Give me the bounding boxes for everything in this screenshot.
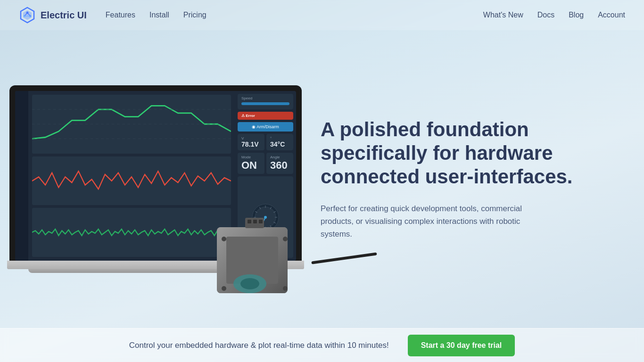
dashboard-sidebar	[15, 91, 28, 261]
nav-install[interactable]: Install	[149, 11, 169, 19]
motor-device	[212, 213, 297, 309]
motor-svg	[212, 213, 297, 307]
stat-temp: ° 34°C	[266, 134, 293, 150]
action-button: ◉ Arm/Disarm	[238, 122, 293, 132]
nav-blog[interactable]: Blog	[569, 11, 584, 19]
logo-text: Electric UI	[41, 10, 87, 21]
svg-point-32	[222, 286, 226, 291]
stat-speed: Speed	[238, 94, 293, 109]
nav-features[interactable]: Features	[106, 11, 135, 19]
nav-primary-links: Features Install Pricing	[106, 11, 206, 19]
hero-title: A polished foundation specifically for h…	[321, 118, 616, 189]
dashboard-main	[28, 91, 235, 261]
stat-mode: Mode ON	[238, 153, 264, 174]
svg-rect-39	[259, 220, 263, 223]
nav-whats-new[interactable]: What's New	[483, 11, 523, 19]
hero-image-area: Speed ⚠ Error ◉ Arm/Disarm	[0, 30, 311, 328]
stat-voltage: V 78.1V	[238, 134, 264, 150]
chart-row-3	[32, 208, 231, 257]
svg-rect-37	[248, 220, 251, 223]
logo-icon	[19, 7, 36, 24]
svg-point-33	[283, 286, 288, 291]
chart-row-2	[32, 156, 231, 206]
nav-pricing[interactable]: Pricing	[183, 11, 206, 19]
svg-point-35	[240, 278, 259, 289]
svg-rect-38	[253, 220, 257, 223]
logo-link[interactable]: Electric UI	[19, 7, 87, 24]
hero-section: Speed ⚠ Error ◉ Arm/Disarm	[0, 30, 644, 328]
stat-angle: Angle 360	[266, 153, 293, 174]
error-badge: ⚠ Error	[238, 112, 293, 120]
trial-button[interactable]: Start a 30 day free trial	[408, 335, 515, 356]
hero-text: A polished foundation specifically for h…	[311, 118, 644, 241]
nav-left: Electric UI Features Install Pricing	[19, 7, 206, 24]
svg-point-31	[283, 237, 288, 241]
nav-account[interactable]: Account	[598, 11, 625, 19]
bottom-bar: Control your embedded hardware & plot re…	[0, 328, 644, 362]
nav-right: What's New Docs Blog Account	[483, 11, 625, 19]
navbar: Electric UI Features Install Pricing Wha…	[0, 0, 644, 30]
chart-row-1	[32, 95, 231, 154]
bottom-text: Control your embedded hardware & plot re…	[129, 341, 389, 350]
hero-subtitle: Perfect for creating quick development t…	[321, 202, 547, 241]
svg-point-30	[222, 237, 226, 241]
cable	[311, 252, 377, 264]
nav-docs[interactable]: Docs	[537, 11, 554, 19]
